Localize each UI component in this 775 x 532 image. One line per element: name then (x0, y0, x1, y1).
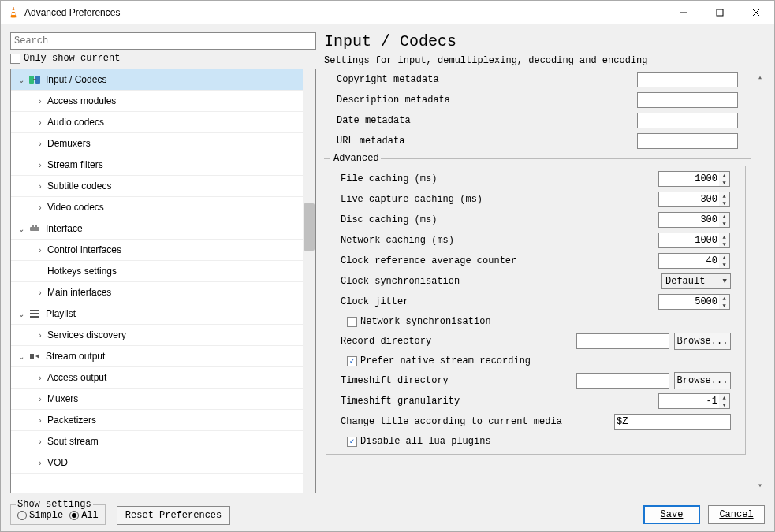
input-file-caching[interactable]: 1000▲▼ (658, 171, 720, 187)
input-timeshift-granularity[interactable]: -1▲▼ (658, 393, 720, 409)
chevron-right-icon[interactable]: › (33, 437, 47, 446)
io-icon (28, 73, 43, 86)
input-description-metadata[interactable] (637, 92, 738, 108)
chevron-down-icon[interactable]: ⌄ (14, 225, 28, 233)
chevron-right-icon[interactable]: › (33, 246, 47, 255)
input-url-metadata[interactable] (637, 133, 738, 149)
label-description-metadata: Description metadata (337, 95, 637, 106)
search-input[interactable] (10, 32, 316, 50)
chevron-right-icon[interactable]: › (33, 97, 47, 106)
input-record-directory[interactable] (576, 333, 669, 349)
radio-circle-simple[interactable] (17, 511, 27, 520)
spin-buttons[interactable]: ▲▼ (719, 294, 730, 310)
chevron-right-icon[interactable]: › (33, 395, 47, 404)
save-button[interactable]: Save (643, 505, 700, 524)
tree-item-input-codecs[interactable]: ⌄Input / Codecs (11, 69, 315, 91)
chevron-right-icon[interactable]: › (33, 161, 47, 169)
chevron-down-icon[interactable]: ⌄ (14, 76, 28, 84)
tree-item-demuxers[interactable]: ›Demuxers (11, 133, 315, 154)
chevron-down-icon[interactable]: ⌄ (14, 352, 28, 361)
tree-item-muxers[interactable]: ›Muxers (11, 389, 315, 410)
only-show-current[interactable]: Only show current (10, 53, 316, 64)
input-network-caching[interactable]: 1000▲▼ (658, 233, 720, 248)
tree-item-playlist[interactable]: ⌄Playlist (11, 303, 315, 325)
row-prefer-native[interactable]: ✓ Prefer native stream recording (328, 352, 743, 370)
tree-item-vod[interactable]: ›VOD (11, 452, 315, 474)
svg-rect-4 (717, 9, 723, 16)
checkbox-disable-lua[interactable]: ✓ (347, 437, 357, 447)
tree-item-services-discovery[interactable]: ›Services discovery (11, 325, 315, 346)
row-disc-caching: Disc caching (ms) 300▲▼ (328, 210, 743, 230)
row-network-sync[interactable]: Network synchronisation (328, 312, 743, 331)
panel-subtitle: Settings for input, demultiplexing, deco… (324, 55, 765, 69)
browse-record-button[interactable]: Browse... (674, 333, 731, 350)
tree-item-access-modules[interactable]: ›Access modules (11, 91, 315, 112)
chevron-right-icon[interactable]: › (33, 416, 47, 425)
chevron-right-icon[interactable]: › (33, 118, 47, 127)
chevron-right-icon[interactable]: › (33, 140, 47, 148)
tree-item-hotkeys-settings[interactable]: Hotkeys settings (11, 261, 315, 282)
checkbox-network-sync[interactable] (347, 317, 357, 327)
input-disc-caching[interactable]: 300▲▼ (658, 212, 720, 228)
tree-item-interface[interactable]: ⌄Interface (11, 218, 315, 240)
svg-point-2 (10, 16, 17, 17)
cancel-button[interactable]: Cancel (708, 505, 765, 524)
tree-item-stream-filters[interactable]: ›Stream filters (11, 154, 315, 176)
chevron-right-icon[interactable]: › (33, 331, 47, 340)
row-clock-ref: Clock reference average counter 40▲▼ (328, 251, 743, 271)
browse-timeshift-button[interactable]: Browse... (674, 372, 731, 389)
tree-item-audio-codecs[interactable]: ›Audio codecs (11, 112, 315, 133)
reset-preferences-button[interactable]: Reset Preferences (117, 506, 230, 525)
tree-item-sout-stream[interactable]: ›Sout stream (11, 431, 315, 452)
spin-buttons[interactable]: ▲▼ (719, 171, 730, 187)
maximize-button[interactable] (702, 1, 738, 24)
scroll-up-icon[interactable]: ▴ (758, 73, 762, 82)
radio-simple[interactable]: Simple (17, 510, 63, 521)
tree-scrollbar-thumb[interactable] (304, 203, 315, 251)
chevron-right-icon[interactable]: › (33, 182, 47, 191)
input-change-title[interactable] (614, 414, 731, 430)
category-tree[interactable]: ⌄Input / Codecs›Access modules›Audio cod… (11, 69, 315, 493)
only-current-checkbox[interactable] (10, 54, 20, 64)
chevron-down-icon[interactable]: ⌄ (14, 310, 28, 318)
chevron-right-icon[interactable]: › (33, 374, 47, 382)
spin-buttons[interactable]: ▲▼ (719, 253, 730, 269)
chevron-right-icon[interactable]: › (33, 203, 47, 212)
spin-buttons[interactable]: ▲▼ (719, 233, 730, 248)
chevron-right-icon[interactable]: › (33, 288, 47, 297)
input-date-metadata[interactable] (637, 113, 738, 128)
spin-buttons[interactable]: ▲▼ (719, 393, 730, 409)
tree-item-control-interfaces[interactable]: ›Control interfaces (11, 240, 315, 261)
label-file-caching: File caching (ms) (341, 173, 658, 184)
tree-item-stream-output[interactable]: ⌄Stream output (11, 346, 315, 367)
input-clock-ref[interactable]: 40▲▼ (658, 253, 720, 269)
tree-item-video-codecs[interactable]: ›Video codecs (11, 197, 315, 218)
row-disable-lua[interactable]: ✓ Disable all lua plugins (328, 432, 743, 451)
footer-right: Save Cancel (643, 505, 765, 524)
radio-simple-label: Simple (29, 510, 63, 521)
input-live-caching[interactable]: 300▲▼ (658, 192, 720, 207)
settings-scrollbar[interactable]: ▴ ▾ (752, 69, 765, 493)
tree-item-main-interfaces[interactable]: ›Main interfaces (11, 282, 315, 303)
input-copyright-metadata[interactable] (637, 72, 738, 87)
checkbox-prefer-native[interactable]: ✓ (347, 356, 357, 366)
only-current-label: Only show current (24, 53, 120, 64)
scroll-down-icon[interactable]: ▾ (758, 481, 762, 490)
spin-buttons[interactable]: ▲▼ (719, 212, 730, 228)
spin-buttons[interactable]: ▲▼ (719, 192, 730, 207)
radio-circle-all[interactable] (69, 511, 79, 520)
chevron-right-icon[interactable]: › (33, 459, 47, 467)
tree-item-access-output[interactable]: ›Access output (11, 367, 315, 389)
window-title: Advanced Preferences (24, 7, 120, 18)
input-clock-jitter[interactable]: 5000▲▼ (658, 294, 720, 310)
input-timeshift-directory[interactable] (576, 373, 669, 389)
row-network-caching: Network caching (ms) 1000▲▼ (328, 230, 743, 251)
close-button[interactable] (738, 1, 774, 24)
tree-item-subtitle-codecs[interactable]: ›Subtitle codecs (11, 176, 315, 197)
tree-scrollbar[interactable] (303, 69, 315, 493)
radio-all[interactable]: All (69, 510, 99, 521)
content: Only show current ⌄Input / Codecs›Access… (1, 24, 774, 500)
tree-item-packetizers[interactable]: ›Packetizers (11, 410, 315, 431)
select-clock-sync[interactable]: Default▼ (661, 273, 731, 289)
minimize-button[interactable] (665, 1, 702, 24)
